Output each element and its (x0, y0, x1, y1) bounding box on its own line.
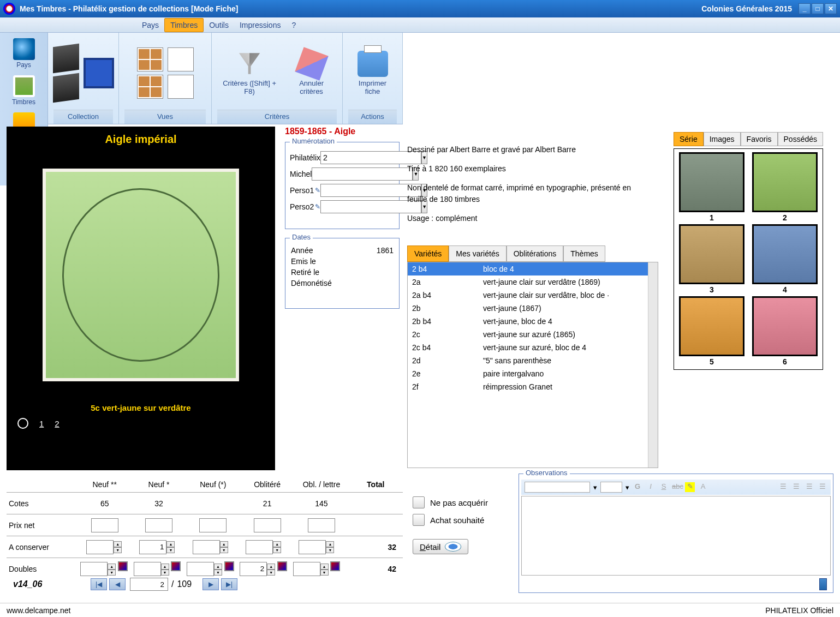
spin-up[interactable]: ▲ (108, 564, 116, 570)
last-button[interactable]: ▶| (221, 578, 237, 590)
spin-down[interactable]: ▼ (273, 547, 281, 553)
philatelix-input[interactable] (320, 151, 421, 164)
doubles-input[interactable] (134, 562, 161, 576)
open-book-icon[interactable] (53, 43, 79, 73)
spin-down[interactable]: ▼ (114, 547, 122, 553)
tab-images[interactable]: Images (704, 132, 741, 146)
perso2-input[interactable] (320, 200, 421, 213)
perso1-input[interactable] (320, 184, 421, 197)
font-size-select[interactable] (600, 482, 622, 493)
spin-up[interactable]: ▲ (267, 564, 275, 570)
variety-row[interactable]: 2bvert-jaune (1867) (408, 302, 658, 315)
variety-row[interactable]: 2b b4vert-jaune, bloc de 4 (408, 315, 658, 328)
aconserver-input[interactable] (193, 540, 220, 554)
spin-up[interactable]: ▲ (320, 564, 329, 570)
print-sheet-button[interactable]: Imprimer fiche (348, 49, 397, 98)
tab-serie[interactable]: Série (674, 132, 704, 146)
thumb-cell[interactable]: 5 (677, 296, 746, 366)
doubles-flag-icon[interactable] (118, 561, 128, 571)
prixnet-input[interactable] (145, 518, 172, 532)
menu-help[interactable]: ? (286, 19, 301, 32)
tab-favoris[interactable]: Favoris (741, 132, 778, 146)
spin-up[interactable]: ▲ (161, 564, 169, 570)
menu-outils[interactable]: Outils (204, 19, 234, 32)
variety-row[interactable]: 2c b4vert-jaune sur azuré, bloc de 4 (408, 341, 658, 354)
prixnet-input[interactable] (91, 518, 118, 532)
dock-timbres[interactable]: Timbres (3, 73, 45, 108)
strike-button[interactable]: abc (672, 482, 682, 492)
cancel-criteria-button[interactable]: Annuler critères (286, 49, 337, 98)
save-icon[interactable] (84, 58, 114, 88)
align-justify-button[interactable]: ☰ (818, 482, 827, 492)
spin-down[interactable]: ▼ (108, 570, 116, 576)
aconserver-input[interactable] (86, 540, 114, 554)
minimize-button[interactable]: _ (799, 3, 811, 14)
bold-button[interactable]: G (633, 482, 642, 492)
chevron-down-icon[interactable]: ▾ (593, 483, 597, 492)
variety-row[interactable]: 2 b4bloc de 4 (408, 262, 658, 275)
exit-icon[interactable] (819, 578, 827, 590)
prixnet-input[interactable] (308, 518, 335, 532)
thumb-cell[interactable]: 2 (750, 152, 819, 222)
pen-icon[interactable]: ✎ (315, 187, 320, 194)
view-list-icon-2[interactable] (168, 75, 194, 99)
spin-down[interactable]: ▼ (214, 570, 222, 576)
dock-pays[interactable]: Pays (3, 36, 45, 71)
spin-down[interactable]: ▼ (326, 547, 334, 553)
close-button[interactable]: ✕ (825, 3, 837, 14)
criteria-button[interactable]: Critères ([Shift] + F8) (217, 49, 282, 98)
observations-textarea[interactable] (521, 496, 831, 576)
thumb-cell[interactable]: 6 (750, 296, 819, 366)
variety-row[interactable]: 2epaire intergalvano (408, 367, 658, 380)
doubles-flag-icon[interactable] (277, 561, 287, 571)
maximize-button[interactable]: □ (812, 3, 824, 14)
doubles-flag-icon[interactable] (224, 561, 234, 571)
spin-down[interactable]: ▼ (220, 547, 228, 553)
variety-row[interactable]: 2cvert-jaune sur azuré (1865) (408, 328, 658, 341)
michel-input[interactable] (312, 167, 413, 181)
chevron-down-icon[interactable]: ▾ (625, 483, 629, 492)
page-input[interactable] (130, 578, 168, 591)
doubles-input[interactable] (187, 562, 214, 576)
first-button[interactable]: |◀ (91, 578, 107, 590)
tab-mes-varietes[interactable]: Mes variétés (449, 245, 506, 262)
variety-row[interactable]: 2fréimpression Granet (408, 380, 658, 393)
menu-impressions[interactable]: Impressions (234, 19, 286, 32)
variety-row[interactable]: 2d"5" sans parenthèse (408, 354, 658, 367)
prev-button[interactable]: ◀ (109, 578, 126, 590)
aconserver-input[interactable] (299, 540, 326, 554)
spin-up[interactable]: ▲ (114, 541, 122, 547)
preview-page-2[interactable]: 2 (55, 419, 59, 428)
spin-down[interactable]: ▼ (320, 570, 329, 576)
view-grid-icon[interactable] (137, 47, 163, 71)
aconserver-input[interactable] (139, 540, 166, 554)
spin-up[interactable]: ▲ (166, 541, 175, 547)
align-center-button[interactable]: ☰ (791, 482, 801, 492)
highlight-button[interactable]: ✎ (685, 482, 695, 492)
italic-button[interactable]: I (646, 482, 656, 492)
nepas-checkbox[interactable] (413, 496, 425, 508)
doubles-flag-icon[interactable] (171, 561, 181, 571)
view-list-icon[interactable] (168, 47, 194, 71)
doubles-input[interactable] (80, 562, 108, 576)
preview-page-1[interactable]: 1 (39, 419, 44, 428)
thumb-cell[interactable]: 1 (677, 152, 746, 222)
prixnet-input[interactable] (199, 518, 227, 532)
open-book-icon-2[interactable] (53, 73, 79, 103)
spin-up[interactable]: ▲ (220, 541, 228, 547)
menu-pays[interactable]: Pays (136, 19, 164, 32)
spin-up[interactable]: ▲ (214, 564, 222, 570)
doubles-input[interactable] (293, 562, 320, 576)
underline-button[interactable]: S (659, 482, 669, 492)
view-grid-icon-2[interactable] (137, 75, 163, 99)
detail-button[interactable]: DDétailétail (413, 539, 468, 554)
menu-timbres[interactable]: Timbres (164, 18, 204, 32)
tab-varietes[interactable]: Variétés (407, 245, 449, 262)
pen-icon[interactable]: ✎ (315, 203, 320, 211)
spin-down[interactable]: ▼ (166, 547, 175, 553)
align-right-button[interactable]: ☰ (805, 482, 814, 492)
spin-down[interactable]: ▼ (267, 570, 275, 576)
variety-row[interactable]: 2a b4vert-jaune clair sur verdâtre, bloc… (408, 289, 658, 302)
font-family-select[interactable] (525, 482, 590, 493)
doubles-flag-icon[interactable] (330, 561, 340, 571)
